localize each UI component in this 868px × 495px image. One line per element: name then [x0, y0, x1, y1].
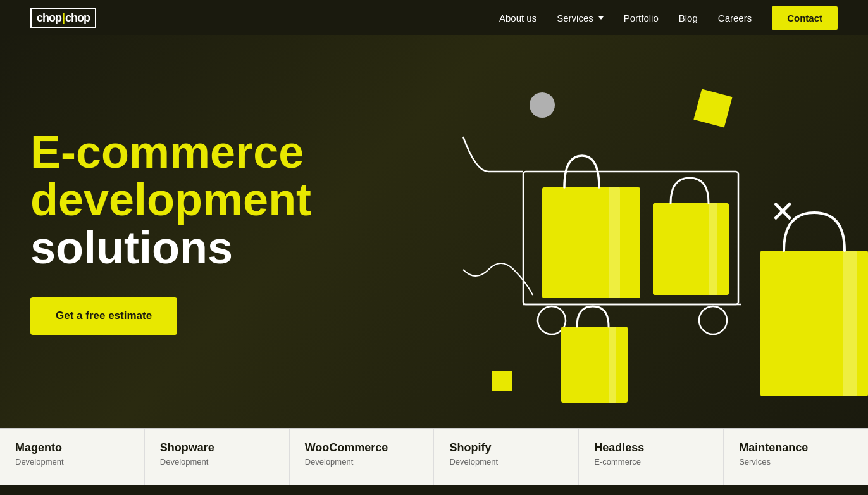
bag-small-handle — [577, 306, 609, 327]
estimate-button[interactable]: Get a free estimate — [30, 297, 177, 335]
deco-squiggle — [463, 263, 533, 295]
deco-square-bottom — [492, 371, 512, 391]
nav-blog[interactable]: Blog — [679, 13, 698, 23]
logo-pipe: | — [62, 11, 65, 25]
footer-sub-0: Development — [15, 457, 129, 467]
footer-sub-4: E-commerce — [594, 457, 708, 467]
footer-title-2: WooCommerce — [305, 441, 419, 454]
footer-sub-5: Services — [739, 457, 853, 467]
footer-title-1: Shopware — [160, 441, 274, 454]
footer-title-5: Maintenance — [739, 441, 853, 454]
footer-sub-1: Development — [160, 457, 274, 467]
hero-svg: ✕ — [425, 54, 868, 428]
bag-big-stripe — [843, 251, 857, 396]
hero-content: E-commerce development solutions Get a f… — [30, 128, 461, 335]
footer-item-shopify[interactable]: ShopifyDevelopment — [434, 429, 579, 485]
bag-medium-stripe — [709, 203, 717, 295]
bag-large-body — [542, 187, 640, 298]
hero-title: E-commerce development solutions — [30, 128, 461, 272]
hero-title-line2-yellow: development — [30, 174, 311, 225]
footer-item-woocommerce[interactable]: WooCommerceDevelopment — [290, 429, 435, 485]
nav-services[interactable]: Services — [557, 13, 604, 23]
contact-button[interactable]: Contact — [772, 6, 838, 30]
footer-item-headless[interactable]: HeadlessE-commerce — [579, 429, 724, 485]
cart-wheel-right — [699, 306, 727, 334]
logo-text1: chop — [37, 11, 61, 25]
footer-item-shopware[interactable]: ShopwareDevelopment — [145, 429, 290, 485]
footer-item-maintenance[interactable]: MaintenanceServices — [724, 429, 868, 485]
hero-illustration: ✕ — [425, 54, 868, 428]
header: chop | chop About us Services Portfolio … — [0, 0, 868, 35]
nav-portfolio[interactable]: Portfolio — [624, 13, 659, 23]
bag-medium-handle — [671, 178, 709, 203]
footer-title-0: Magento — [15, 441, 129, 454]
deco-square-top — [693, 89, 732, 127]
bag-small-stripe — [609, 327, 616, 403]
cart-curve — [463, 137, 488, 172]
footer-title-3: Shopify — [449, 441, 563, 454]
hero-title-line2-white: solutions — [30, 222, 233, 273]
footer-sub-3: Development — [449, 457, 563, 467]
footer-bar: MagentoDevelopmentShopwareDevelopmentWoo… — [0, 428, 868, 485]
main-nav: About us Services Portfolio Blog Careers… — [499, 6, 838, 30]
logo-text2: chop — [65, 11, 90, 25]
footer-sub-2: Development — [305, 457, 419, 467]
footer-title-4: Headless — [594, 441, 708, 454]
nav-careers[interactable]: Careers — [718, 13, 752, 23]
bag-small-body — [561, 327, 628, 403]
logo[interactable]: chop | chop — [30, 8, 96, 28]
hero-section: E-commerce development solutions Get a f… — [0, 35, 868, 428]
bag-large-stripe — [609, 187, 620, 298]
nav-about[interactable]: About us — [499, 13, 536, 23]
chevron-down-icon — [598, 16, 604, 20]
deco-circle — [530, 92, 555, 118]
footer-item-magento[interactable]: MagentoDevelopment — [0, 429, 145, 485]
hero-title-line1: E-commerce — [30, 127, 304, 177]
